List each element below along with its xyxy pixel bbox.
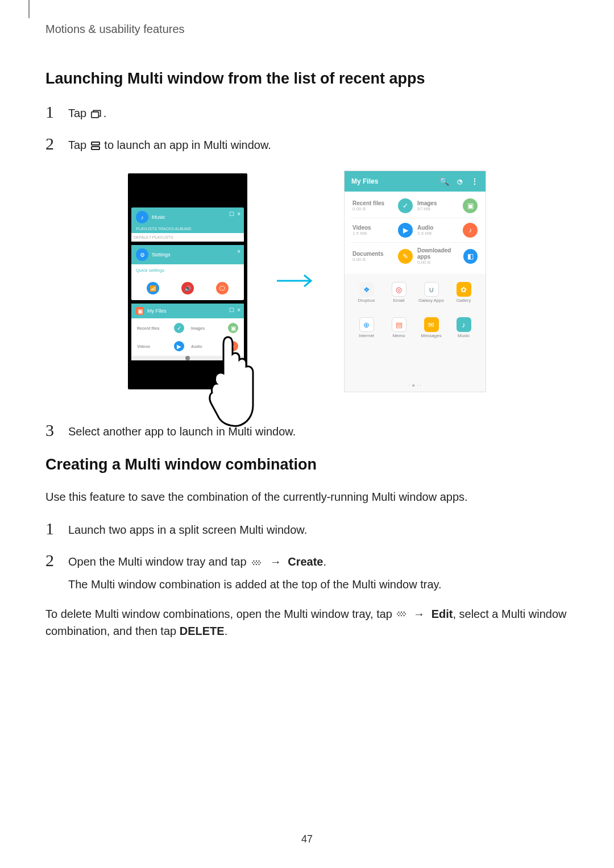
card-myfiles-label: My Files <box>147 308 167 314</box>
svg-point-11 <box>253 564 254 565</box>
step-2-body: Tap to launch an app in Multi window. <box>68 134 271 153</box>
panel-categories: Recent files0.00 B✓ Images87 MB▣ Videos1… <box>345 192 486 274</box>
step-2: 2 Tap to launch an app in Multi window. <box>45 134 569 153</box>
more-options-dots-icon <box>396 608 410 620</box>
settings-subline: Quick settings <box>136 264 239 276</box>
gallery-icon: ✿ <box>457 282 471 297</box>
app-messages: ✉Messages <box>415 317 447 350</box>
app-memo: ▤Memo <box>383 317 415 350</box>
app-email: ◎Email <box>383 282 415 315</box>
svg-point-20 <box>404 613 405 614</box>
storage-icon: ◔ <box>457 178 463 185</box>
recent-apps-icon <box>91 110 102 119</box>
step-1-body: Tap . <box>68 102 106 122</box>
galaxy-apps-icon: ∪ <box>424 282 439 297</box>
s2-step2-after: . <box>323 555 326 568</box>
breadcrumb: Motions & usability features <box>45 23 569 36</box>
panel-title: My Files <box>351 177 378 185</box>
svg-point-5 <box>256 560 257 562</box>
svg-rect-1 <box>92 142 99 145</box>
search-icon: 🔍 <box>439 177 449 186</box>
step-number: 1 <box>45 102 68 121</box>
s2-step-2-body: Open the Multi window tray and tap → Cre… <box>68 551 442 593</box>
left-phone-screenshot: ♪ Music ☐ × PLAYLISTS TRACKS ALBUMS DEFA… <box>128 173 247 389</box>
app-internet: ⊕Internet <box>350 317 383 350</box>
card-music: ♪ Music ☐ × PLAYLISTS TRACKS ALBUMS DEFA… <box>131 207 244 242</box>
step-number: 2 <box>45 551 68 569</box>
svg-point-7 <box>252 562 253 563</box>
step-3: 3 Select another app to launch in Multi … <box>45 421 569 440</box>
card-settings: ⚙ Settings × Quick settings 📶 🔊 🖵 <box>131 245 244 300</box>
section-title-launching: Launching Multi window from the list of … <box>45 70 569 88</box>
hand-pointer-illustration <box>202 333 259 429</box>
app-label: Dropbox <box>358 298 375 303</box>
svg-point-21 <box>398 615 399 616</box>
svg-point-12 <box>256 564 257 565</box>
right-panel-screenshot: My Files 🔍 ◔ ⋮ Recent files0.00 B✓ Image… <box>344 171 486 392</box>
more-options-dots-icon <box>251 559 262 567</box>
arrow-right-text: → <box>413 608 425 620</box>
app-label: Email <box>393 298 404 303</box>
settings-icon: ⚙ <box>136 248 148 261</box>
svg-point-8 <box>255 562 256 563</box>
svg-point-22 <box>400 615 401 616</box>
dropbox-icon: ❖ <box>359 282 374 297</box>
folder-icon: ▣ <box>136 307 144 315</box>
card-settings-label: Settings <box>152 252 171 258</box>
music-icon: ♪ <box>457 317 471 332</box>
music-icon: ♪ <box>136 211 148 223</box>
app-label: Messages <box>421 333 441 338</box>
svg-rect-2 <box>92 147 99 149</box>
memo-icon: ▤ <box>392 317 406 332</box>
step-3-body: Select another app to launch in Multi wi… <box>68 421 296 440</box>
svg-point-19 <box>402 613 403 614</box>
app-music: ♪Music <box>447 317 480 350</box>
card-music-label: Music <box>152 214 165 220</box>
arrow-right-icon <box>276 269 316 294</box>
step-1: 1 Tap . <box>45 102 569 122</box>
internet-icon: ⊕ <box>359 317 374 332</box>
section-title-creating: Creating a Multi window combination <box>45 456 569 474</box>
s2-step-1-body: Launch two apps in a split screen Multi … <box>68 519 307 538</box>
app-galaxy-apps: ∪Galaxy Apps <box>415 282 447 315</box>
step-1-text-before: Tap <box>68 107 86 119</box>
svg-point-16 <box>403 612 404 613</box>
quick-setting-icon: 📶 <box>147 282 159 294</box>
messages-icon: ✉ <box>424 317 439 332</box>
svg-point-14 <box>398 612 399 613</box>
page-content: Motions & usability features Launching M… <box>0 0 614 639</box>
final-before: To delete Multi window combinations, ope… <box>45 608 396 620</box>
page-number: 47 <box>0 833 614 845</box>
panel-app-grid: ❖Dropbox◎Email∪Galaxy Apps✿Gallery⊕Inter… <box>345 274 486 382</box>
music-tabs: PLAYLISTS TRACKS ALBUMS <box>136 227 239 231</box>
card-close-icon: ☐ × <box>229 307 240 313</box>
s2-step-1: 1 Launch two apps in a split screen Mult… <box>45 519 569 538</box>
app-label: Internet <box>359 333 374 338</box>
svg-point-4 <box>253 560 254 562</box>
email-icon: ◎ <box>392 282 406 297</box>
svg-point-13 <box>259 564 260 565</box>
app-dropbox: ❖Dropbox <box>350 282 383 315</box>
multiwindow-icon <box>91 142 100 151</box>
svg-point-10 <box>260 562 261 563</box>
app-label: Memo <box>392 333 405 338</box>
quick-setting-icon: 🖵 <box>216 282 229 294</box>
step-number: 1 <box>45 519 68 537</box>
step-2-text-after: to launch an app in Multi window. <box>101 139 271 151</box>
svg-point-23 <box>403 615 404 616</box>
arrow-right-text: → <box>270 555 281 568</box>
s2-step2-before: Open the Multi window tray and tap <box>68 555 250 568</box>
card-close-icon: × <box>237 248 240 255</box>
s2-step-2: 2 Open the Multi window tray and tap → C… <box>45 551 569 593</box>
page-edge-marker <box>28 0 30 18</box>
svg-point-18 <box>399 613 400 614</box>
page-indicator-dots: · ● · · <box>345 382 486 392</box>
quick-setting-icon: 🔊 <box>181 282 194 294</box>
final-after: . <box>225 625 228 637</box>
svg-rect-0 <box>92 112 99 118</box>
step-number: 2 <box>45 134 68 152</box>
step-number: 3 <box>45 421 68 439</box>
create-label: Create <box>288 555 323 568</box>
section2-intro: Use this feature to save the combination… <box>45 488 569 505</box>
app-label: Music <box>458 333 470 338</box>
